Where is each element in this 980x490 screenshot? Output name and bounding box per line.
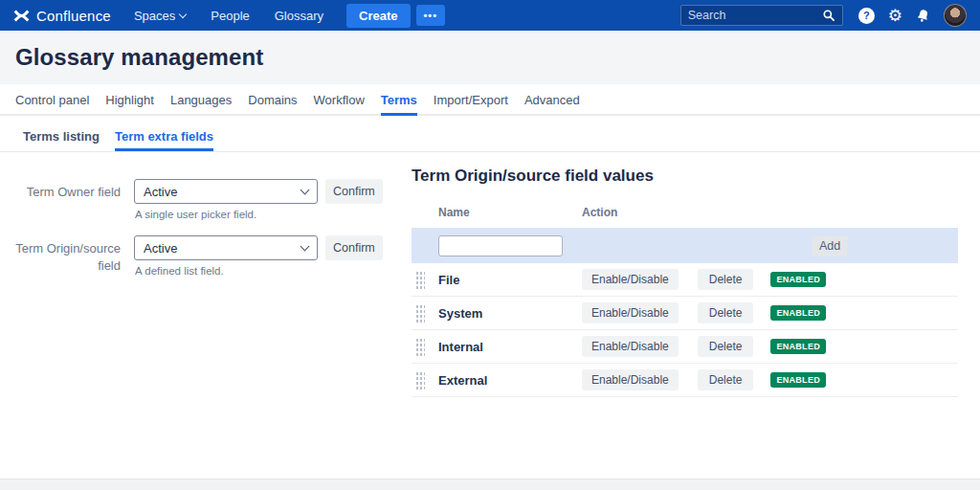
- term-origin-status-select[interactable]: Active: [134, 235, 318, 260]
- subtab-terms-listing[interactable]: Terms listing: [23, 129, 100, 151]
- global-search[interactable]: [680, 5, 843, 26]
- delete-button[interactable]: Delete: [698, 269, 754, 290]
- tab-languages[interactable]: Languages: [170, 93, 232, 116]
- term-owner-help-text: A single user picker field.: [135, 209, 383, 220]
- enable-disable-button[interactable]: Enable/Disable: [582, 302, 679, 323]
- delete-button[interactable]: Delete: [698, 369, 754, 390]
- enable-disable-button[interactable]: Enable/Disable: [582, 269, 679, 290]
- term-owner-confirm-button[interactable]: Confirm: [325, 179, 383, 204]
- value-name: File: [438, 273, 582, 287]
- page-header: Glossary management: [0, 31, 980, 84]
- new-value-input[interactable]: [438, 235, 563, 256]
- enable-disable-button[interactable]: Enable/Disable: [582, 336, 679, 357]
- values-table-header: Name Action: [412, 199, 958, 228]
- tab-highlight[interactable]: Highlight: [105, 93, 154, 116]
- term-owner-status-select[interactable]: Active: [134, 179, 318, 204]
- extra-fields-form: Term Owner field Active Confirm A single…: [0, 179, 412, 397]
- column-header-action: Action: [582, 206, 617, 219]
- help-icon[interactable]: ?: [858, 8, 875, 24]
- column-header-name: Name: [438, 206, 582, 219]
- delete-button[interactable]: Delete: [698, 302, 754, 323]
- status-badge: ENABLED: [770, 305, 826, 321]
- drag-handle-icon[interactable]: [415, 303, 425, 323]
- topbar-icons: ? ⚙: [858, 4, 967, 27]
- value-row-system: System Enable/Disable Delete ENABLED: [412, 297, 958, 330]
- more-button[interactable]: •••: [416, 5, 446, 26]
- field-values-panel: Term Origin/source field values Name Act…: [412, 179, 958, 397]
- term-origin-help-text: A defined list field.: [135, 265, 383, 277]
- create-button[interactable]: Create: [346, 4, 410, 28]
- tab-domains[interactable]: Domains: [248, 93, 297, 116]
- confluence-mark-icon: [13, 8, 30, 24]
- brand-name: Confluence: [36, 8, 111, 24]
- enable-disable-button[interactable]: Enable/Disable: [582, 369, 679, 390]
- chevron-down-icon: [301, 185, 310, 194]
- term-origin-field-row: Term Origin/source field Active Confirm …: [15, 235, 412, 292]
- footer-strip: [0, 479, 980, 490]
- term-origin-field-label: Term Origin/source field: [15, 235, 121, 292]
- tab-terms[interactable]: Terms: [381, 93, 417, 116]
- value-name: Internal: [438, 340, 582, 354]
- term-owner-field-row: Term Owner field Active Confirm A single…: [15, 179, 412, 235]
- status-badge: ENABLED: [770, 272, 826, 287]
- value-row-internal: Internal Enable/Disable Delete ENABLED: [412, 330, 958, 364]
- value-row-external: External Enable/Disable Delete ENABLED: [412, 364, 958, 397]
- nav-glossary[interactable]: Glossary: [275, 9, 323, 23]
- content-area: Term Owner field Active Confirm A single…: [0, 152, 980, 397]
- search-icon: [822, 9, 835, 22]
- value-row-file: File Enable/Disable Delete ENABLED: [412, 263, 958, 297]
- notifications-bell-icon[interactable]: [914, 7, 931, 24]
- confluence-logo[interactable]: Confluence: [13, 8, 111, 24]
- value-name: System: [438, 306, 582, 321]
- gear-icon[interactable]: ⚙: [888, 8, 902, 24]
- tab-control-panel[interactable]: Control panel: [15, 93, 89, 116]
- search-input[interactable]: [688, 9, 822, 22]
- user-avatar[interactable]: [944, 4, 967, 27]
- app-topbar: Confluence Spaces People Glossary Create…: [0, 0, 980, 31]
- tab-advanced[interactable]: Advanced: [524, 93, 580, 116]
- status-badge: ENABLED: [770, 339, 826, 354]
- page-title: Glossary management: [15, 44, 263, 71]
- tab-workflow[interactable]: Workflow: [314, 93, 365, 116]
- admin-tabs: Control panel Highlight Languages Domain…: [0, 84, 980, 116]
- add-value-row: Add: [412, 228, 958, 263]
- term-owner-field-label: Term Owner field: [15, 179, 121, 235]
- top-navigation: Spaces People Glossary: [134, 9, 323, 23]
- field-values-title: Term Origin/source field values: [412, 167, 958, 186]
- chevron-down-icon: [301, 241, 310, 251]
- delete-button[interactable]: Delete: [698, 336, 754, 357]
- add-value-button[interactable]: Add: [812, 235, 848, 256]
- nav-people[interactable]: People: [211, 9, 249, 23]
- term-origin-confirm-button[interactable]: Confirm: [325, 235, 383, 260]
- nav-spaces[interactable]: Spaces: [134, 9, 186, 23]
- drag-handle-icon[interactable]: [415, 270, 425, 290]
- chevron-down-icon: [179, 10, 187, 17]
- tab-import-export[interactable]: Import/Export: [434, 93, 508, 116]
- status-badge: ENABLED: [770, 372, 826, 388]
- drag-handle-icon[interactable]: [415, 370, 425, 390]
- terms-subtabs: Terms listing Term extra fields: [0, 129, 980, 152]
- value-name: External: [438, 373, 582, 388]
- drag-handle-icon[interactable]: [415, 337, 425, 357]
- subtab-term-extra-fields[interactable]: Term extra fields: [115, 129, 213, 151]
